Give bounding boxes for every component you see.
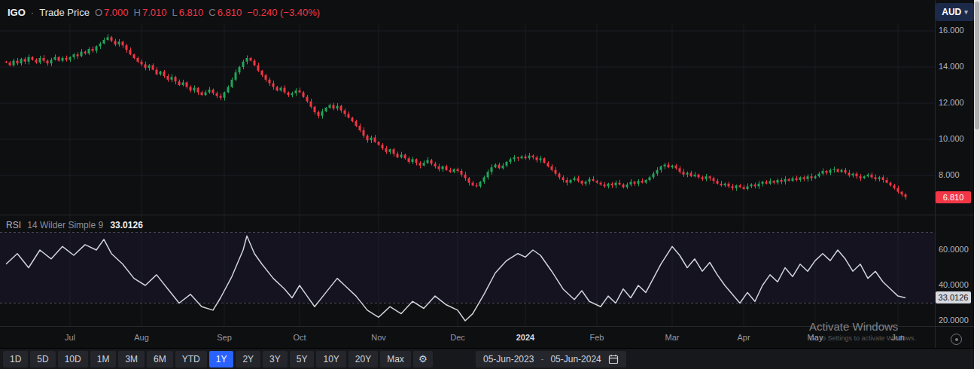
- time-axis-label-dec: Dec: [441, 333, 474, 342]
- interval-button-10y[interactable]: 10Y: [316, 351, 345, 367]
- time-axis-label-sep: Sep: [208, 333, 241, 342]
- low-price: 6.810: [179, 7, 204, 18]
- interval-button-max[interactable]: Max: [380, 351, 411, 367]
- rsi-indicator-legend[interactable]: RSI 14 Wilder Simple 9 33.0126: [6, 220, 143, 230]
- date-from: 05-Jun-2023: [483, 354, 534, 364]
- last-price-badge: 6.810: [936, 191, 971, 203]
- interval-button-2y[interactable]: 2Y: [236, 351, 260, 367]
- interval-button-ytd[interactable]: YTD: [175, 351, 207, 367]
- bottom-toolbar: 1D5D10D1M3M6MYTD1Y2Y3Y5Y10Y20YMax ⚙ 05-J…: [0, 348, 980, 369]
- time-axis-label-feb: Feb: [580, 333, 613, 342]
- time-axis-label-may: May: [799, 333, 832, 342]
- currency-dropdown[interactable]: AUD ▾: [936, 3, 974, 21]
- time-axis-label-mar: Mar: [656, 333, 689, 342]
- open-value: O 7.000: [95, 7, 129, 18]
- time-axis[interactable]: JulAugSepOctNovDec2024FebMarAprMayJun: [0, 327, 935, 347]
- rsi-axis[interactable]: 33.0126 60.000040.000020.0000: [936, 215, 974, 326]
- rsi-tick-label: 60.0000: [939, 245, 969, 254]
- symbol-name[interactable]: IGO: [8, 7, 26, 18]
- open-price: 7.000: [104, 7, 129, 18]
- series-title: Trade Price: [39, 7, 90, 18]
- interval-button-3m[interactable]: 3M: [118, 351, 145, 367]
- high-value: H 7.010: [134, 7, 167, 18]
- low-label: L: [172, 7, 178, 18]
- rsi-chart-canvas[interactable]: [0, 215, 935, 326]
- date-to: 05-Jun-2024: [550, 354, 601, 364]
- interval-buttons: 1D5D10D1M3M6MYTD1Y2Y3Y5Y10Y20YMax: [3, 351, 411, 367]
- high-label: H: [134, 7, 141, 18]
- scrollbar[interactable]: [974, 0, 980, 369]
- low-value: L 6.810: [172, 7, 204, 18]
- price-tick-label: 8.000: [939, 170, 960, 179]
- price-tick-label: 12.000: [939, 98, 964, 107]
- scrollbar-thumb[interactable]: [975, 2, 979, 130]
- close-label: C: [208, 7, 215, 18]
- time-axis-label-2024: 2024: [509, 333, 542, 342]
- trading-chart-app: IGO · Trade Price O 7.000 H 7.010 L 6.81…: [0, 0, 980, 369]
- rsi-name: RSI: [6, 220, 21, 230]
- interval-button-1d[interactable]: 1D: [3, 351, 28, 367]
- time-axis-label-jul: Jul: [53, 333, 87, 342]
- rsi-tick-label: 40.0000: [939, 280, 969, 289]
- interval-button-1y[interactable]: 1Y: [209, 351, 234, 367]
- time-axis-label-apr: Apr: [727, 333, 760, 342]
- time-axis-label-aug: Aug: [125, 333, 158, 342]
- time-axis-label-jun: Jun: [881, 333, 915, 342]
- scroll-to-realtime-icon[interactable]: [951, 334, 962, 345]
- rsi-value-badge: 33.0126: [936, 291, 971, 303]
- close-price: 6.810: [218, 7, 242, 18]
- calendar-icon: [608, 354, 619, 364]
- time-axis-label-nov: Nov: [362, 333, 395, 342]
- legend-separator: ·: [31, 7, 34, 18]
- currency-label: AUD: [942, 7, 961, 17]
- time-axis-label-oct: Oct: [283, 333, 316, 342]
- interval-button-3y[interactable]: 3Y: [263, 351, 288, 367]
- rsi-current-value: 33.0126: [110, 220, 142, 230]
- date-separator: -: [540, 354, 543, 364]
- change-value: −0.240 (−3.40%): [247, 7, 320, 18]
- axis-divider: [935, 0, 936, 348]
- price-tick-label: 16.000: [939, 26, 964, 35]
- price-chart-canvas[interactable]: [0, 24, 935, 215]
- interval-button-6m[interactable]: 6M: [147, 351, 173, 367]
- price-tick-label: 14.000: [939, 62, 964, 71]
- interval-button-20y[interactable]: 20Y: [348, 351, 378, 367]
- rsi-settings: 14 Wilder Simple 9: [27, 220, 103, 230]
- interval-button-1m[interactable]: 1M: [90, 351, 117, 367]
- interval-button-5d[interactable]: 5D: [30, 351, 55, 367]
- chevron-down-icon: ▾: [964, 8, 968, 16]
- date-range-picker[interactable]: 05-Jun-2023 - 05-Jun-2024: [476, 351, 626, 367]
- interval-button-5y[interactable]: 5Y: [290, 351, 315, 367]
- high-price: 7.010: [142, 7, 167, 18]
- rsi-tick-label: 20.0000: [939, 316, 969, 325]
- price-tick-label: 10.000: [939, 134, 964, 143]
- price-axis[interactable]: 6.810 16.00014.00012.00010.0008.000: [936, 24, 974, 215]
- open-label: O: [95, 7, 102, 18]
- chart-legend: IGO · Trade Price O 7.000 H 7.010 L 6.81…: [0, 0, 933, 24]
- interval-button-10d[interactable]: 10D: [58, 351, 88, 367]
- settings-gear-button[interactable]: ⚙: [413, 351, 433, 367]
- close-value: C 6.810: [208, 7, 242, 18]
